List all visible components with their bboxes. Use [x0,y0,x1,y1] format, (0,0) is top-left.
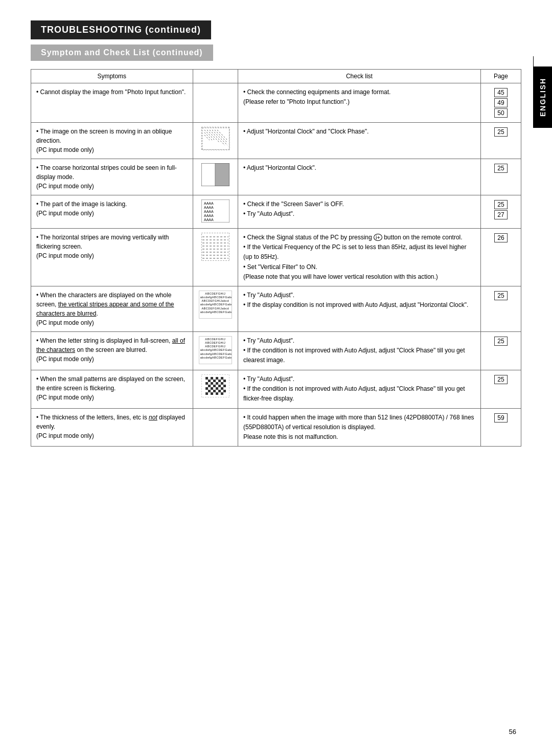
svg-rect-50 [218,390,221,392]
page-ref-thickness: 59 [480,408,521,447]
image-cell-coarse [193,159,238,195]
image-cell-oblique [193,123,238,159]
page-box: 25 [494,291,507,300]
svg-rect-32 [208,380,211,382]
svg-rect-37 [211,382,213,385]
checklist-photo-input: • Check the connecting equipments and im… [238,83,480,123]
svg-rect-41 [213,385,216,387]
page-subtitle: Symptom and Check List (continued) [31,45,213,61]
symptom-coarse: • The coarse horizontal stripes could be… [31,159,193,195]
svg-rect-40 [208,385,211,387]
col-header-image [193,70,238,83]
svg-rect-49 [213,390,216,392]
page-box: 25 [494,164,507,173]
lacking-image: AAAA AAAA AAAA AAAA AAAA [201,199,229,223]
symptom-moving: • The horizontal stripes are moving vert… [31,229,193,286]
table-row: • When the small patterns are displayed … [31,370,521,408]
svg-rect-53 [211,392,213,395]
svg-text:AAAA: AAAA [204,218,214,221]
page-box: 49 [494,98,507,107]
checklist-thickness: • It could happen when the image with mo… [238,408,480,447]
svg-text:AAAA: AAAA [204,214,214,217]
svg-rect-51 [223,390,226,392]
oblique-image [201,127,229,150]
svg-rect-36 [205,382,208,385]
svg-line-2 [207,130,220,143]
symptom-small-patterns: • When the small patterns are displayed … [31,370,193,408]
svg-rect-35 [223,380,226,382]
checker-image [201,374,229,397]
svg-rect-28 [205,377,208,380]
page-box: 59 [494,413,507,423]
page-ref-small-patterns: 25 [480,370,521,408]
svg-rect-29 [211,377,213,380]
svg-text:AAAA: AAAA [204,202,214,205]
svg-text:AAAA: AAAA [204,210,214,213]
image-cell-thickness [193,408,238,447]
svg-line-8 [217,130,227,140]
page-box: 45 [494,88,507,97]
svg-rect-55 [221,392,223,395]
symptom-photo-input: • Cannot display the image from "Photo I… [31,83,193,123]
page-box: 25 [494,127,507,137]
page-box: 27 [494,210,507,219]
svg-rect-48 [208,390,211,392]
svg-rect-9 [201,163,215,186]
checklist-oblique: • Adjust "Horizontal Clock" and "Clock P… [238,123,480,159]
svg-rect-38 [216,382,218,385]
image-cell-checker [193,370,238,408]
page-box: 25 [494,337,507,346]
text-display-1-image: ABCDEFGHIJ abcdefgABCDEFGabcd ABCDEFGHIJ… [199,291,232,319]
page-ref-blurred: 25 [480,331,521,370]
table-row: • The thickness of the letters, lines, e… [31,408,521,447]
symptom-thickness: • The thickness of the letters, lines, e… [31,408,193,447]
page-box: 50 [494,108,507,118]
page-number: 56 [509,728,516,736]
side-label: ENGLISH [534,66,552,128]
checklist-vertical-stripes: • Try "Auto Adjust". • If the display co… [238,286,480,331]
svg-rect-33 [213,380,216,382]
moving-stripes-image [201,233,229,261]
table-row: • The part of the image is lacking. (PC … [31,195,521,229]
svg-rect-30 [216,377,218,380]
image-cell-photo [193,83,238,123]
side-bar-line [533,56,534,128]
table-row: • When the characters are displayed on t… [31,286,521,331]
symptom-vertical-stripes: • When the characters are displayed on t… [31,286,193,331]
checklist-moving: • Check the Signal status of the PC by p… [238,229,480,286]
checklist-blurred: • Try "Auto Adjust". • If the condition … [238,331,480,370]
page-ref-coarse: 25 [480,159,521,195]
page-box: 25 [494,375,507,384]
col-header-page: Page [480,70,521,83]
image-cell-lacking: AAAA AAAA AAAA AAAA AAAA [193,195,238,229]
svg-rect-45 [211,387,213,390]
symptom-blurred: • When the letter string is displayed in… [31,331,193,370]
col-header-checklist: Check list [238,70,480,83]
text-display-2-image: ABCDEFGHIJ ABCDEFGHIJ ABCDEFGHIJ abcdefg… [199,336,232,364]
page-title: TROUBLESHOOTING (continued) [31,20,211,39]
page-box: 25 [494,200,507,209]
page-ref-vertical-stripes: 25 [480,286,521,331]
svg-rect-34 [218,380,221,382]
symptom-lacking: • The part of the image is lacking. (PC … [31,195,193,229]
col-header-symptoms: Symptoms [31,70,193,83]
svg-text:AAAA: AAAA [204,206,214,209]
table-row: • Cannot display the image from "Photo I… [31,83,521,123]
page-ref-moving: 26 [480,229,521,286]
checklist-small-patterns: • Try "Auto Adjust". • If the condition … [238,370,480,408]
checklist-lacking: • Check if the "Screen Saver" is OFF. • … [238,195,480,229]
svg-line-6 [204,135,210,140]
table-row: • When the letter string is displayed in… [31,331,521,370]
page-ref-lacking: 25 27 [480,195,521,229]
svg-rect-46 [216,387,218,390]
svg-line-5 [204,132,212,140]
page-ref-photo: 45 49 50 [480,83,521,123]
coarse-stripes-image [201,163,229,186]
svg-rect-42 [218,385,221,387]
symptom-oblique: • The image on the screen is moving in a… [31,123,193,159]
main-table: Symptoms Check list Page • Cannot displa… [31,69,521,447]
svg-rect-43 [223,385,226,387]
svg-rect-39 [221,382,223,385]
page-box: 26 [494,233,507,242]
table-row: • The coarse horizontal stripes could be… [31,159,521,195]
